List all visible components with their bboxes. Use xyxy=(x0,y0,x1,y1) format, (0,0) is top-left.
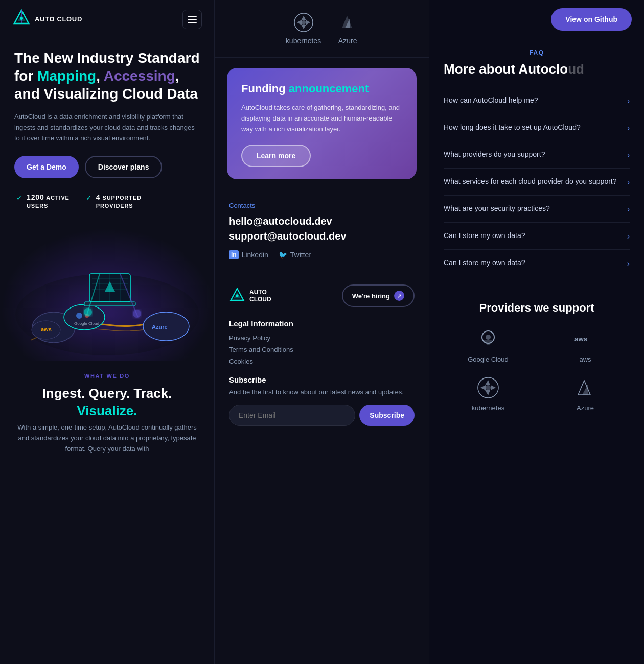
hiring-button[interactable]: We're hiring ↗ xyxy=(342,284,415,307)
faq-item[interactable]: How can AutoCloud help me? › xyxy=(444,87,630,114)
funding-title: Funding announcement xyxy=(241,82,402,96)
provider-aws: aws aws xyxy=(541,327,630,363)
providers-grid: Google Cloud aws aws xyxy=(444,327,630,412)
subscribe-title: Subscribe xyxy=(229,375,415,384)
funding-card: Funding announcement AutoCloud takes car… xyxy=(227,68,417,179)
arrow-icon: ↗ xyxy=(394,291,404,301)
svg-point-8 xyxy=(64,304,105,330)
svg-marker-44 xyxy=(480,385,486,390)
svg-point-37 xyxy=(236,295,238,297)
provider-google-cloud: Google Cloud xyxy=(444,327,533,363)
svg-marker-43 xyxy=(485,390,490,395)
faq-q-5: What are your security practices? xyxy=(444,204,621,214)
faq-title: More about Autocloud xyxy=(444,61,630,77)
faq-item[interactable]: Can I store my own data? › xyxy=(444,250,630,276)
social-links: in Linkedin 🐦 Twitter xyxy=(229,250,415,259)
subscribe-button[interactable]: Subscribe xyxy=(359,405,415,426)
google-cloud-icon xyxy=(476,327,500,351)
svg-text:Azure: Azure xyxy=(152,324,168,330)
hero-description: AutoCloud is a data enrichment and visib… xyxy=(14,112,200,144)
svg-marker-45 xyxy=(491,385,496,390)
provider-azure-2: Azure xyxy=(541,375,630,412)
contact-email-1[interactable]: hello@autocloud.dev xyxy=(229,216,415,227)
faq-q-6: Can I store my own data? xyxy=(444,231,621,241)
aws-icon: aws xyxy=(573,327,597,351)
providers-title: Providers we support xyxy=(444,301,630,315)
faq-item[interactable]: What services for each cloud provider do… xyxy=(444,169,630,196)
kubernetes-label-2: kubernetes xyxy=(472,404,504,412)
funding-description: AutoCloud takes care of gathering, stand… xyxy=(241,103,402,134)
linkedin-link[interactable]: in Linkedin xyxy=(229,250,268,259)
faq-q-7: Can I store my own data? xyxy=(444,258,621,268)
get-demo-button[interactable]: Get a Demo xyxy=(14,156,79,178)
stats-row: ✓ 1200 ACTIVEUSERS ✓ 4 SUPPORTEDPROVIDER… xyxy=(14,193,200,209)
svg-marker-31 xyxy=(306,20,310,25)
faq-arrow-6: › xyxy=(627,232,630,241)
faq-item[interactable]: What are your security practices? › xyxy=(444,196,630,223)
learn-more-button[interactable]: Learn more xyxy=(241,145,311,167)
azure-icon xyxy=(337,12,358,33)
contacts-section: Contacts hello@autocloud.dev support@aut… xyxy=(215,189,429,272)
providers-section: Providers we support Google Cloud aws xyxy=(429,287,644,426)
contact-email-2[interactable]: support@autocloud.dev xyxy=(229,230,415,242)
faq-section: FAQ More about Autocloud How can AutoClo… xyxy=(429,39,644,287)
top-providers: kubernetes Azure xyxy=(215,0,429,58)
middle-panel: kubernetes Azure Funding announcement Au… xyxy=(215,0,429,664)
svg-marker-30 xyxy=(297,20,302,25)
faq-item[interactable]: What providers do you support? › xyxy=(444,141,630,169)
faq-item[interactable]: How long does it take to set up AutoClou… xyxy=(444,114,630,141)
hero-image-bg: aws Google Cloud Azure xyxy=(0,228,214,361)
faq-q-2: How long does it take to set up AutoClou… xyxy=(444,123,621,133)
hero-image: aws Google Cloud Azure xyxy=(0,228,214,361)
kubernetes-icon xyxy=(293,12,314,33)
faq-label: FAQ xyxy=(444,49,630,56)
provider-kubernetes-2: kubernetes xyxy=(444,375,533,412)
legal-title: Legal Information xyxy=(229,319,415,328)
stat-users-text: 1200 ACTIVEUSERS xyxy=(27,193,70,209)
aws-label: aws xyxy=(579,355,591,363)
svg-text:Google Cloud: Google Cloud xyxy=(74,321,99,326)
footer-logo: AUTOCLOUD xyxy=(229,288,271,304)
menu-button[interactable] xyxy=(182,10,202,29)
legal-section: Legal Information Privacy Policy Terms a… xyxy=(229,319,415,365)
azure-icon-2 xyxy=(573,375,597,400)
provider-azure: Azure xyxy=(337,12,358,45)
google-cloud-label: Google Cloud xyxy=(468,355,509,363)
kubernetes-icon-2 xyxy=(476,375,500,400)
check-icon-2: ✓ xyxy=(86,194,92,202)
faq-arrow-4: › xyxy=(627,178,630,187)
azure-label-2: Azure xyxy=(577,404,594,412)
faq-item[interactable]: Can I store my own data? › xyxy=(444,223,630,250)
svg-point-26 xyxy=(133,310,141,318)
terms-link[interactable]: Terms and Conditions xyxy=(229,346,415,353)
logo-icon xyxy=(12,9,31,30)
stat-users: ✓ 1200 ACTIVEUSERS xyxy=(16,193,70,209)
what-we-do-desc: With a simple, one-time setup, AutoCloud… xyxy=(14,422,200,454)
svg-point-46 xyxy=(486,385,491,390)
privacy-policy-link[interactable]: Privacy Policy xyxy=(229,334,415,342)
svg-rect-22 xyxy=(84,302,135,306)
svg-point-39 xyxy=(486,335,491,340)
svg-point-32 xyxy=(302,20,306,25)
faq-q-3: What providers do you support? xyxy=(444,150,621,160)
svg-marker-28 xyxy=(301,16,306,20)
svg-point-25 xyxy=(84,308,92,316)
check-icon: ✓ xyxy=(16,194,22,202)
email-input[interactable] xyxy=(229,405,355,426)
logo: AUTO CLOUD xyxy=(12,9,82,30)
twitter-link[interactable]: 🐦 Twitter xyxy=(279,250,311,259)
funding-accent: announcement xyxy=(289,82,369,95)
right-panel: View on Github FAQ More about Autocloud … xyxy=(429,0,644,664)
footer-brand: AUTOCLOUD xyxy=(249,289,271,303)
svg-point-3 xyxy=(20,17,23,20)
cookies-link[interactable]: Cookies xyxy=(229,358,415,365)
subscribe-section: Subscribe And be the first to know about… xyxy=(229,375,415,426)
github-button[interactable]: View on Github xyxy=(551,8,632,31)
what-we-do-section: WHAT WE DO Ingest. Query. Track.Visualiz… xyxy=(0,361,214,463)
kubernetes-label: kubernetes xyxy=(286,37,321,45)
discover-plans-button[interactable]: Discover plans xyxy=(85,156,163,178)
svg-text:aws: aws xyxy=(574,335,587,343)
hero-title: The New Industry Standard for Mapping, A… xyxy=(14,49,200,103)
faq-arrow-3: › xyxy=(627,151,630,160)
contacts-label: Contacts xyxy=(229,202,415,209)
